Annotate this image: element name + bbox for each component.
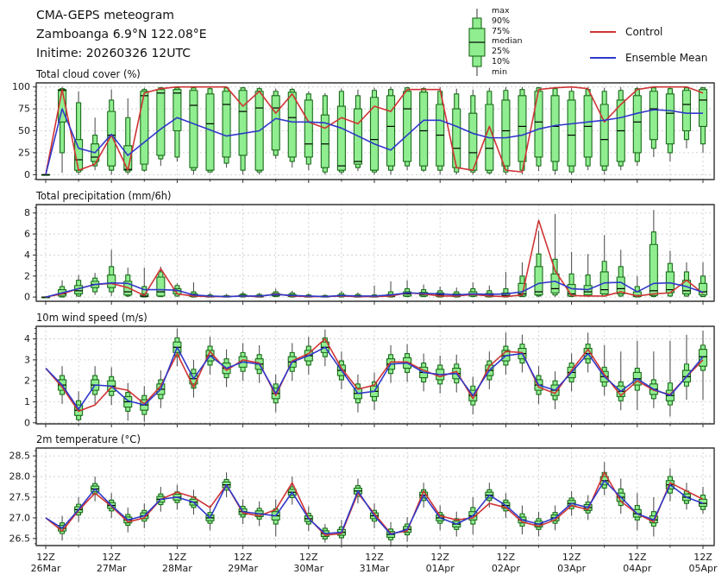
box-legend-label-median: median: [492, 35, 523, 46]
ensemble-mean-line-swatch: [590, 57, 616, 59]
boxplot-legend-labels: max 90% 75% median 25% 10% min: [492, 5, 523, 78]
box-legend-label-90: 90%: [492, 16, 523, 26]
boxplot-legend: max 90% 75% median 25% 10% min: [466, 7, 523, 78]
meteogram-app: CMA-GEPS meteogram Zamboanga 6.9°N 122.0…: [0, 0, 728, 587]
panel-title-total-precipitation: Total precipitation (mm/6h): [36, 190, 171, 202]
initime-label: Initime: 20260326 12UTC: [36, 43, 207, 62]
box-legend-label-25: 25%: [492, 46, 523, 56]
boxplot-legend-glyph: [466, 7, 488, 78]
legend-ensemble-mean: Ensemble Mean: [590, 45, 707, 71]
meteogram-header: CMA-GEPS meteogram Zamboanga 6.9°N 122.0…: [36, 5, 207, 62]
legend-ensemble-mean-label: Ensemble Mean: [625, 52, 707, 64]
panel-title-temperature: 2m temperature (°C): [36, 433, 141, 445]
page-title: CMA-GEPS meteogram: [36, 5, 207, 24]
meteogram-canvas: [0, 0, 728, 587]
box-legend-label-max: max: [492, 5, 523, 16]
legend-control-label: Control: [625, 26, 662, 38]
series-legend: Control Ensemble Mean: [590, 19, 707, 71]
panel-title-wind-speed: 10m wind speed (m/s): [36, 312, 147, 324]
control-line-swatch: [590, 31, 616, 33]
panel-title-total-cloud-cover: Total cloud cover (%): [36, 68, 141, 80]
legend-control: Control: [590, 19, 707, 45]
box-legend-label-min: min: [492, 66, 523, 77]
box-legend-label-75: 75%: [492, 26, 523, 36]
box-legend-label-10: 10%: [492, 56, 523, 66]
location-label: Zamboanga 6.9°N 122.08°E: [36, 24, 207, 43]
